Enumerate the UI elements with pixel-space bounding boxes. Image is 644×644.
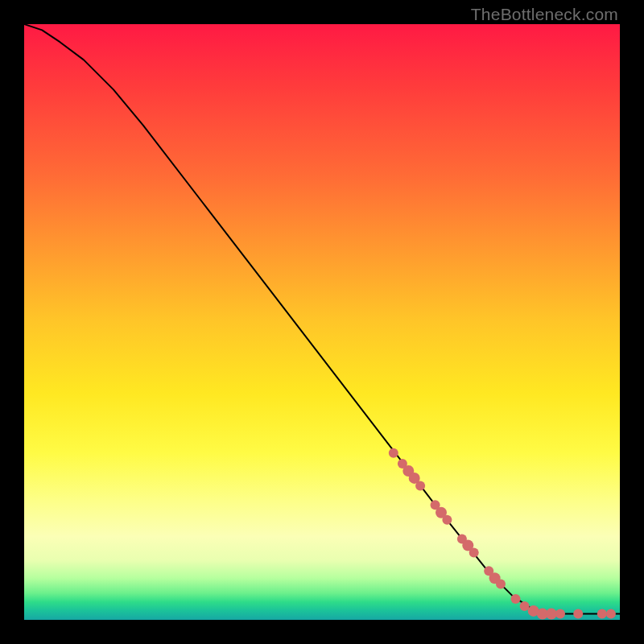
- marker-layer: [389, 448, 616, 620]
- highlight-marker: [573, 609, 583, 619]
- highlight-marker: [469, 547, 479, 557]
- highlight-marker: [597, 609, 607, 619]
- highlight-marker: [511, 594, 521, 604]
- highlight-marker: [520, 601, 530, 611]
- highlight-marker: [555, 609, 565, 619]
- highlight-marker: [496, 580, 506, 589]
- curve-line: [24, 24, 620, 614]
- highlight-marker: [546, 609, 557, 620]
- watermark-text: TheBottleneck.com: [471, 5, 618, 24]
- highlight-marker: [415, 481, 425, 491]
- curve-layer: [24, 24, 620, 614]
- chart-overlay: [24, 24, 620, 620]
- chart-frame: TheBottleneck.com: [0, 0, 644, 644]
- highlight-marker: [442, 515, 452, 525]
- highlight-marker: [389, 448, 398, 458]
- highlight-marker: [606, 609, 616, 619]
